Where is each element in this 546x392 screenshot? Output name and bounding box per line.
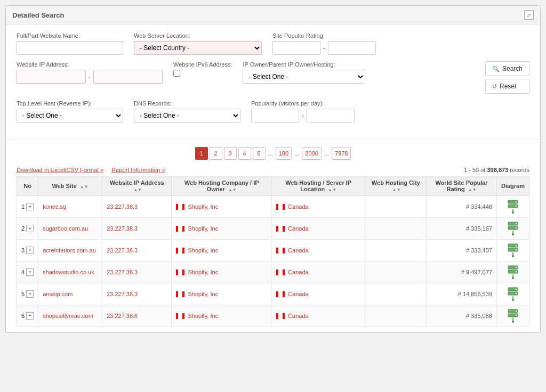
location-link[interactable]: Canada bbox=[288, 313, 309, 319]
website-link[interactable]: anseip.com bbox=[43, 291, 73, 297]
company-link[interactable]: Shopify, Inc bbox=[188, 313, 218, 319]
city-sort-icon[interactable]: ▲▼ bbox=[392, 187, 401, 192]
canada-flag bbox=[176, 291, 184, 297]
search-icon: 🔍 bbox=[492, 66, 500, 72]
ip-to-input[interactable]: 23.227.38.255 bbox=[93, 70, 163, 84]
location-link[interactable]: Canada bbox=[288, 247, 309, 254]
row-city bbox=[365, 305, 427, 327]
row-ip: 23.227.38.3 bbox=[102, 218, 172, 240]
diagram-icon[interactable] bbox=[501, 287, 525, 301]
location-link[interactable]: Canada bbox=[288, 203, 309, 210]
main-panel: Detailed Search ⤢ Full/Part Website Name… bbox=[5, 5, 541, 333]
rating-sort-icon[interactable]: ▲▼ bbox=[468, 187, 477, 192]
website-sort-icon[interactable]: ▲▼ bbox=[80, 184, 89, 189]
expand-row-button[interactable]: + bbox=[26, 225, 34, 232]
company-link[interactable]: Shopify, Inc bbox=[188, 269, 218, 275]
page-btn-1[interactable]: 1 bbox=[195, 147, 208, 160]
results-info-bar: Download in Excel/CSV Format » Report In… bbox=[17, 164, 529, 176]
location-link[interactable]: Canada bbox=[288, 269, 309, 275]
page-btn-5[interactable]: 5 bbox=[253, 147, 266, 160]
diagram-icon[interactable] bbox=[501, 199, 525, 214]
diagram-icon[interactable] bbox=[501, 221, 525, 236]
company-sort-icon[interactable]: ▲▼ bbox=[228, 187, 237, 192]
table-row: 3 + acreinteriors.com.au 23.227.38.3 Sho… bbox=[17, 240, 529, 262]
table-row: 1 + konec.sg 23.227.38.3 Shopify, Inc Ca… bbox=[17, 196, 529, 218]
download-link[interactable]: Download in Excel/CSV Format » bbox=[17, 167, 103, 173]
ip-link[interactable]: 23.227.38.3 bbox=[107, 291, 138, 297]
row-rating: # 333,407 bbox=[427, 240, 497, 262]
expand-row-button[interactable]: + bbox=[26, 290, 34, 298]
top-level-host-label: Top Level Host (Reverse IP): bbox=[17, 100, 123, 107]
rating-to-input[interactable] bbox=[328, 41, 376, 55]
company-link[interactable]: Shopify, Inc bbox=[188, 291, 218, 297]
website-link[interactable]: konec.sg bbox=[43, 203, 66, 210]
popularity-from-input[interactable] bbox=[251, 109, 299, 123]
location-sort-icon[interactable]: ▲▼ bbox=[328, 187, 336, 192]
website-link[interactable]: acreinteriors.com.au bbox=[43, 247, 96, 254]
row-city bbox=[365, 240, 427, 262]
canada-flag bbox=[176, 313, 184, 319]
canada-flag-loc bbox=[276, 248, 285, 254]
web-server-location-label: Web Server Location: bbox=[134, 32, 262, 39]
page-btn-7978[interactable]: 7978 bbox=[332, 147, 351, 160]
row-no-2: 2 + bbox=[17, 218, 38, 240]
ellipsis-2: ... bbox=[293, 150, 300, 157]
website-link[interactable]: shadowstudio.co.uk bbox=[43, 269, 94, 275]
report-link[interactable]: Report Information » bbox=[111, 167, 165, 173]
expand-row-button[interactable]: + bbox=[26, 268, 34, 276]
row-company: Shopify, Inc bbox=[172, 262, 272, 283]
server-diagram-svg bbox=[507, 287, 519, 301]
expand-row-button[interactable]: + bbox=[26, 203, 34, 210]
ipv6-checkbox[interactable] bbox=[173, 70, 180, 77]
row-diagram bbox=[496, 305, 529, 327]
website-name-input[interactable] bbox=[17, 41, 123, 55]
company-link[interactable]: Shopify, Inc bbox=[188, 225, 218, 232]
table-row: 6 + shopcaitlynrae.com 23.227.38.6 Shopi… bbox=[17, 305, 529, 327]
page-btn-3[interactable]: 3 bbox=[224, 147, 237, 160]
page-btn-2[interactable]: 2 bbox=[210, 147, 222, 160]
dns-records-select[interactable]: - Select One - Option 1 bbox=[134, 109, 240, 123]
ip-link[interactable]: 23.227.38.3 bbox=[107, 247, 138, 254]
popularity-dash: - bbox=[302, 112, 304, 119]
panel-header: Detailed Search ⤢ bbox=[6, 6, 540, 24]
row-ip: 23.227.38.3 bbox=[102, 240, 172, 262]
website-link[interactable]: sugarboo.com.au bbox=[43, 225, 88, 232]
ip-link[interactable]: 23.227.38.3 bbox=[107, 203, 138, 210]
search-button[interactable]: 🔍 Search bbox=[485, 61, 529, 76]
ip-dash: - bbox=[89, 73, 91, 80]
popularity-to-input[interactable] bbox=[307, 109, 355, 123]
location-link[interactable]: Canada bbox=[288, 225, 309, 232]
row-number: 4 bbox=[21, 269, 25, 275]
ip-link[interactable]: 23.227.38.3 bbox=[107, 269, 138, 275]
svg-point-28 bbox=[515, 289, 517, 290]
ip-owner-select[interactable]: - Select One - Option 1 Option 2 bbox=[243, 70, 365, 84]
website-link[interactable]: shopcaitlynrae.com bbox=[43, 313, 93, 319]
ip-link[interactable]: 23.227.38.6 bbox=[107, 313, 138, 319]
row-website: shadowstudio.co.uk bbox=[38, 262, 102, 283]
page-btn-2000[interactable]: 2000 bbox=[302, 147, 321, 160]
top-level-host-select[interactable]: - Select One - Option 1 bbox=[17, 109, 123, 123]
expand-button[interactable]: ⤢ bbox=[524, 10, 534, 20]
page-btn-4[interactable]: 4 bbox=[238, 147, 251, 160]
diagram-icon[interactable] bbox=[501, 243, 525, 258]
location-link[interactable]: Canada bbox=[288, 291, 309, 297]
reset-button[interactable]: ↺ Reset bbox=[485, 79, 529, 94]
web-server-location-select[interactable]: - Select Country - United States Canada … bbox=[134, 41, 262, 55]
ip-link[interactable]: 23.227.38.3 bbox=[107, 225, 138, 232]
svg-point-9 bbox=[512, 233, 514, 235]
ip-sort-icon[interactable]: ▲▼ bbox=[133, 187, 142, 192]
ip-from-input[interactable]: 23.227.38.0 bbox=[17, 70, 86, 84]
diagram-icon[interactable] bbox=[501, 308, 525, 323]
row-city bbox=[365, 283, 427, 305]
rating-from-input[interactable] bbox=[272, 41, 320, 55]
row-location: Canada bbox=[272, 196, 365, 218]
company-link[interactable]: Shopify, Inc bbox=[188, 247, 218, 254]
expand-row-button[interactable]: + bbox=[26, 247, 34, 254]
company-link[interactable]: Shopify, Inc bbox=[188, 203, 218, 210]
col-header-ip: Website IP Address ▲▼ bbox=[102, 176, 172, 196]
server-diagram-svg bbox=[507, 308, 519, 323]
diagram-icon[interactable] bbox=[501, 265, 525, 280]
expand-row-button[interactable]: + bbox=[26, 312, 34, 320]
panel-title: Detailed Search bbox=[12, 11, 65, 19]
page-btn-100[interactable]: 100 bbox=[276, 147, 292, 160]
